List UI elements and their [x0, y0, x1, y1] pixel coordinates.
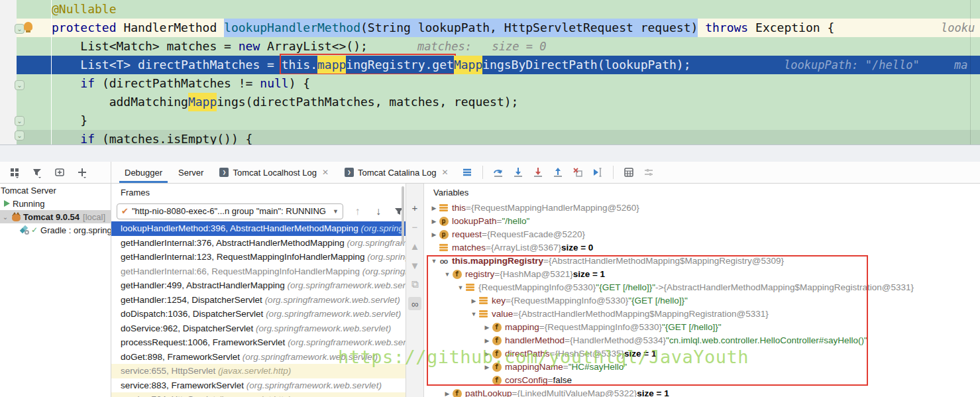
frame-row[interactable]: getHandler:499, AbstractHandlerMapping (… — [111, 278, 406, 293]
remove-watch-icon[interactable]: − — [408, 220, 421, 233]
step-out-icon[interactable] — [551, 166, 565, 179]
fold-marker-icon[interactable]: ⌄ — [15, 131, 25, 141]
code-line[interactable]: addMatchingMappings(directPathMatches, m… — [17, 93, 980, 111]
chevron-right-icon[interactable]: ▶ — [429, 228, 439, 241]
group-tabs-icon[interactable] — [8, 166, 21, 179]
f-field-icon: f — [492, 376, 502, 386]
chevron-down-icon[interactable]: ▼ — [456, 281, 465, 294]
frame-row[interactable]: getHandlerInternal:66, RequestMappingInf… — [111, 264, 406, 279]
chevron-right-icon[interactable]: ▶ — [429, 215, 439, 228]
fold-marker-icon[interactable]: ⌄ — [15, 80, 25, 90]
code-line[interactable]: if (directPathMatches != null) { — [17, 74, 980, 93]
variable-row[interactable]: fcorsConfig = false — [424, 374, 980, 387]
add-watch-icon[interactable]: + — [408, 201, 421, 214]
frame-package: (org.springfram — [347, 238, 406, 248]
frame-row[interactable]: getHandler:1254, DispatcherServlet (org.… — [111, 293, 406, 308]
variable-row[interactable]: ▶fhandlerMethod = {HandlerMethod@5334} "… — [424, 334, 980, 347]
editor-debugger-splitter[interactable] — [0, 144, 980, 162]
step-into-icon[interactable] — [512, 166, 525, 179]
frame-row[interactable]: service:655, HttpServlet (javax.servlet.… — [111, 364, 406, 378]
chevron-right-icon[interactable]: ▶ — [482, 321, 492, 334]
close-icon[interactable]: ✕ — [441, 168, 448, 177]
code-editor[interactable]: @Nullableprotected HandlerMethod lookupH… — [0, 0, 980, 144]
code-line[interactable]: if (matches.isEmpty()) { — [17, 130, 980, 144]
chevron-right-icon[interactable]: ▶ — [429, 201, 439, 215]
drop-frame-icon[interactable] — [571, 166, 584, 179]
frames-panel: Frames ✔ "http-nio-8080-exec-6"...n grou… — [111, 184, 406, 397]
layout-settings-icon[interactable] — [642, 166, 655, 179]
code-line[interactable]: @Nullable — [17, 0, 980, 19]
frame-row[interactable]: getHandlerInternal:376, AbstractHandlerM… — [111, 236, 406, 251]
variable-value: -> — [655, 281, 663, 294]
filter-icon[interactable] — [30, 166, 44, 179]
variable-row[interactable]: ▶fmapping = {RequestMappingInfo@5330} "{… — [424, 321, 980, 334]
frame-row[interactable]: processRequest:1006, FrameworkServlet (o… — [111, 335, 406, 350]
move-down-icon[interactable]: ▼ — [408, 258, 421, 272]
frame-row[interactable]: doService:962, DispatcherServlet (org.sp… — [111, 321, 406, 336]
fold-marker-icon[interactable]: ⌄ — [15, 24, 25, 34]
tree-item-tomcat-9054[interactable]: ⌄ Tomcat 9.0.54 [local] — [0, 210, 111, 223]
code-line[interactable]: protected HandlerMethod lookupHandlerMet… — [17, 19, 980, 37]
variable-row[interactable]: ▶this = {RequestMappingHandlerMapping@52… — [424, 201, 980, 215]
tree-item-tomcat-server[interactable]: Tomcat Server — [0, 184, 111, 197]
frames-list: lookupHandlerMethod:396, AbstractHandler… — [111, 221, 406, 397]
chevron-right-icon[interactable]: ▶ — [469, 294, 478, 308]
frame-row[interactable]: doGet:898, FrameworkServlet (org.springf… — [111, 350, 406, 365]
chevron-down-icon[interactable]: ▼ — [443, 268, 452, 281]
tree-item-running[interactable]: Running — [0, 197, 111, 210]
variable-row[interactable]: ▶plookupPath = "/hello" — [424, 215, 980, 228]
tree-label: Running — [13, 199, 44, 209]
frames-scrollbar[interactable] — [402, 186, 404, 245]
variable-value: {HashSet@5335} — [555, 347, 624, 361]
frame-function: doService:962, DispatcherServlet — [121, 323, 256, 333]
add-icon[interactable] — [76, 166, 89, 179]
f-field-icon: f — [492, 363, 502, 372]
show-watches-icon[interactable]: ∞ — [408, 297, 421, 310]
chevron-right-icon[interactable]: ▶ — [482, 347, 492, 361]
variable-value: {AbstractHandlerMethodMapping$MappingReg… — [518, 308, 769, 321]
frame-row[interactable]: getHandlerInternal:123, RequestMappingIn… — [111, 250, 406, 264]
code-line[interactable]: List<Match> matches = new ArrayList<>();… — [17, 37, 980, 56]
tab-tomcat-catalina-log[interactable]: ❯Tomcat Catalina Log✕ — [337, 162, 457, 183]
variable-row[interactable]: ▶fpathLookup = {LinkedMultiValueMap@5322… — [424, 387, 980, 397]
frame-row[interactable]: service:764, HttpServlet (javax.servlet.… — [111, 392, 406, 397]
variable-row[interactable]: ▼{RequestMappingInfo@5330} "{GET [/hello… — [424, 281, 980, 294]
frame-row[interactable]: doDispatch:1036, DispatcherServlet (org.… — [111, 307, 406, 321]
tree-item-gradle-task[interactable]: ✓ Gradle : org.spring — [0, 223, 111, 237]
chevron-right-icon[interactable]: ▶ — [482, 334, 492, 347]
next-frame-icon[interactable]: ↓ — [372, 205, 384, 218]
variable-row[interactable]: ▶key = {RequestMappingInfo@5330} "{GET [… — [424, 294, 980, 308]
tab-debugger[interactable]: Debugger — [117, 162, 170, 183]
fold-marker-icon[interactable]: ⌄ — [15, 116, 25, 126]
tab-server[interactable]: Server — [170, 162, 211, 183]
chevron-right-icon[interactable]: ▶ — [482, 361, 492, 374]
frame-row[interactable]: service:883, FrameworkServlet (org.sprin… — [111, 378, 406, 393]
chevron-down-icon[interactable]: ▼ — [429, 255, 439, 268]
run-to-cursor-icon[interactable] — [591, 166, 604, 179]
tab-tomcat-localhost-log[interactable]: ❯Tomcat Localhost Log✕ — [211, 162, 337, 183]
thread-selector[interactable]: ✔ "http-nio-8080-exec-6"...n group "main… — [117, 203, 343, 219]
chevron-right-icon[interactable]: ▶ — [443, 387, 452, 397]
close-icon[interactable]: ✕ — [322, 168, 329, 177]
menu-icon[interactable] — [461, 166, 474, 179]
move-up-icon[interactable]: ▲ — [408, 239, 421, 253]
step-over-icon[interactable] — [492, 166, 505, 179]
duplicate-icon[interactable]: ⧉ — [408, 278, 421, 291]
code-line[interactable]: List<T> directPathMatches = this.mapping… — [17, 56, 980, 74]
code-line[interactable]: } — [17, 111, 980, 130]
expand-frame-icon[interactable] — [53, 166, 66, 179]
force-step-into-icon[interactable] — [531, 166, 545, 179]
variable-row[interactable]: matches = {ArrayList@5367} size = 0 — [424, 241, 980, 255]
variable-row[interactable]: ▶fmappingName = "HC#sayHello" — [424, 361, 980, 374]
variable-row[interactable]: ▶prequest = {RequestFacade@5220} — [424, 228, 980, 241]
variable-row[interactable]: ▶fdirectPaths = {HashSet@5335} size = 1 — [424, 347, 980, 361]
variable-row[interactable]: ▼fregistry = {HashMap@5321} size = 1 — [424, 268, 980, 281]
variable-row[interactable]: ▼value = {AbstractHandlerMethodMapping$M… — [424, 308, 980, 321]
previous-frame-icon[interactable]: ↑ — [351, 205, 364, 218]
variable-row[interactable]: ▼oothis.mappingRegistry = {AbstractHandl… — [424, 255, 980, 268]
chevron-down-icon[interactable]: ▼ — [469, 308, 478, 321]
intention-bulb-icon[interactable] — [24, 22, 32, 30]
frame-row[interactable]: lookupHandlerMethod:396, AbstractHandler… — [111, 221, 406, 236]
variable-name: this — [452, 201, 466, 215]
evaluate-expression-icon[interactable] — [622, 166, 635, 179]
